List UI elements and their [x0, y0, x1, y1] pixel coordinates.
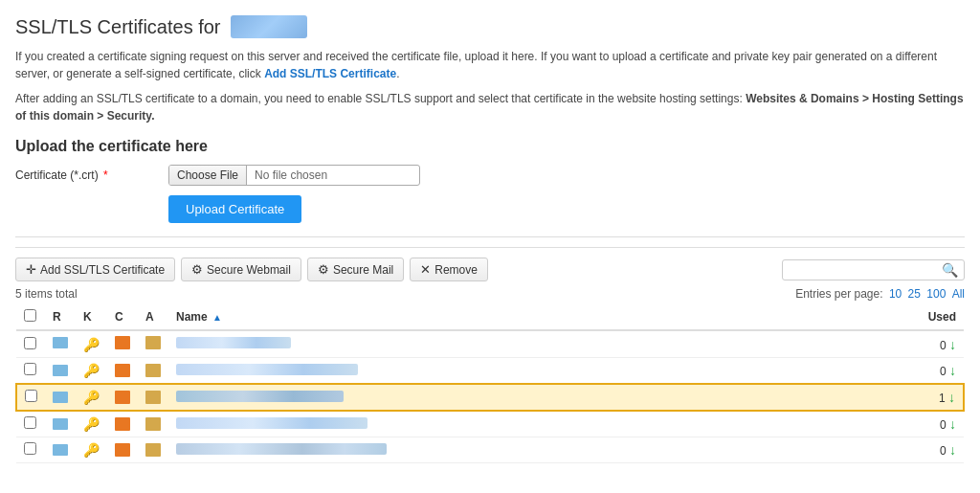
entries-per-page: Entries per page: 10 25 100 All	[792, 287, 965, 301]
certificates-table: R K C A Name ▲ Used 🔑 0 ↓ 🔑 0 ↓	[15, 304, 965, 463]
table-header-row: R K C A Name ▲ Used	[16, 304, 964, 330]
col-header-k: K	[76, 304, 107, 330]
file-name-display: No file chosen	[247, 166, 419, 185]
row-a-icon	[138, 330, 168, 358]
row-used: 0 ↓	[906, 437, 964, 463]
table-row-highlighted: 🔑 1 ↓	[16, 384, 964, 411]
row-check[interactable]	[16, 330, 45, 358]
row-used: 0 ↓	[906, 411, 964, 437]
page-title-area: SSL/TLS Certificates for	[15, 15, 965, 38]
upload-certificate-button[interactable]: Upload Certificate	[168, 195, 301, 223]
entries-all[interactable]: All	[952, 287, 965, 301]
domain-logo	[231, 15, 307, 38]
table-row: 🔑 0 ↓	[16, 330, 964, 358]
row-c-icon	[107, 411, 138, 437]
row-name[interactable]	[168, 330, 906, 358]
row-r-icon	[45, 411, 76, 437]
download-icon[interactable]: ↓	[949, 416, 956, 432]
secure-webmail-icon: ⚙	[191, 262, 203, 277]
search-input[interactable]	[789, 263, 942, 277]
file-input-wrapper: Choose File No file chosen	[168, 165, 420, 186]
row-r-icon	[45, 330, 76, 358]
table-row: 🔑 0 ↓	[16, 358, 964, 385]
table-row: 🔑 0 ↓	[16, 411, 964, 437]
row-k-icon: 🔑	[76, 384, 107, 411]
download-icon[interactable]: ↓	[949, 363, 956, 378]
row-k-icon: 🔑	[76, 330, 107, 358]
entries-10[interactable]: 10	[889, 287, 902, 301]
col-header-used: Used	[906, 304, 964, 330]
secure-webmail-button[interactable]: ⚙ Secure Webmail	[181, 258, 301, 281]
row-a-icon	[138, 411, 168, 437]
cert-label: Certificate (*.crt) *	[15, 168, 168, 182]
sort-icon: ▲	[212, 312, 222, 323]
search-icon: 🔍	[942, 262, 958, 278]
description-1: If you created a certificate signing req…	[15, 48, 965, 82]
secure-mail-icon: ⚙	[318, 262, 329, 277]
required-indicator: *	[103, 168, 108, 182]
certificate-field-row: Certificate (*.crt) * Choose File No fil…	[15, 165, 965, 186]
col-header-a: A	[138, 304, 168, 330]
add-icon: ✛	[26, 262, 36, 277]
row-used: 0 ↓	[906, 358, 964, 385]
total-items: 5 items total	[15, 287, 78, 301]
row-check[interactable]	[16, 437, 45, 463]
row-name[interactable]	[168, 411, 906, 437]
search-box[interactable]: 🔍	[782, 259, 965, 280]
col-header-r: R	[45, 304, 76, 330]
row-name[interactable]	[168, 384, 906, 411]
choose-file-button[interactable]: Choose File	[169, 166, 247, 185]
row-check[interactable]	[16, 411, 45, 437]
download-icon[interactable]: ↓	[949, 442, 956, 458]
row-a-icon	[138, 437, 168, 463]
row-c-icon	[107, 384, 138, 411]
entries-25[interactable]: 25	[908, 287, 921, 301]
row-r-icon	[45, 358, 76, 385]
select-all-checkbox[interactable]	[24, 309, 36, 322]
table-meta: 5 items total Entries per page: 10 25 10…	[15, 287, 965, 301]
col-header-c: C	[107, 304, 138, 330]
download-icon[interactable]: ↓	[949, 337, 956, 352]
remove-icon: ✕	[420, 262, 431, 277]
page-title: SSL/TLS Certificates for	[15, 16, 221, 38]
add-cert-link[interactable]: Add SSL/TLS Certificate	[264, 67, 396, 80]
row-check[interactable]	[16, 384, 45, 411]
entries-100[interactable]: 100	[926, 287, 946, 301]
col-header-check	[16, 304, 45, 330]
row-c-icon	[107, 330, 138, 358]
add-ssl-button[interactable]: ✛ Add SSL/TLS Certificate	[15, 258, 175, 281]
upload-section-title: Upload the certificate here	[15, 138, 965, 155]
row-k-icon: 🔑	[76, 411, 107, 437]
row-r-icon	[45, 384, 76, 411]
row-name[interactable]	[168, 358, 906, 385]
toolbar-divider	[15, 236, 965, 237]
row-used: 1 ↓	[906, 384, 964, 411]
row-k-icon: 🔑	[76, 437, 107, 463]
row-k-icon: 🔑	[76, 358, 107, 385]
toolbar: ✛ Add SSL/TLS Certificate ⚙ Secure Webma…	[15, 247, 965, 281]
row-a-icon	[138, 358, 168, 385]
table-row: 🔑 0 ↓	[16, 437, 964, 463]
col-header-name[interactable]: Name ▲	[168, 304, 906, 330]
row-name[interactable]	[168, 437, 906, 463]
row-c-icon	[107, 358, 138, 385]
description-2: After adding an SSL/TLS certificate to a…	[15, 90, 965, 124]
row-r-icon	[45, 437, 76, 463]
row-a-icon	[138, 384, 168, 411]
download-icon[interactable]: ↓	[948, 390, 955, 405]
remove-button[interactable]: ✕ Remove	[410, 258, 488, 281]
secure-mail-button[interactable]: ⚙ Secure Mail	[307, 258, 404, 281]
row-c-icon	[107, 437, 138, 463]
row-used: 0 ↓	[906, 330, 964, 358]
row-check[interactable]	[16, 358, 45, 385]
